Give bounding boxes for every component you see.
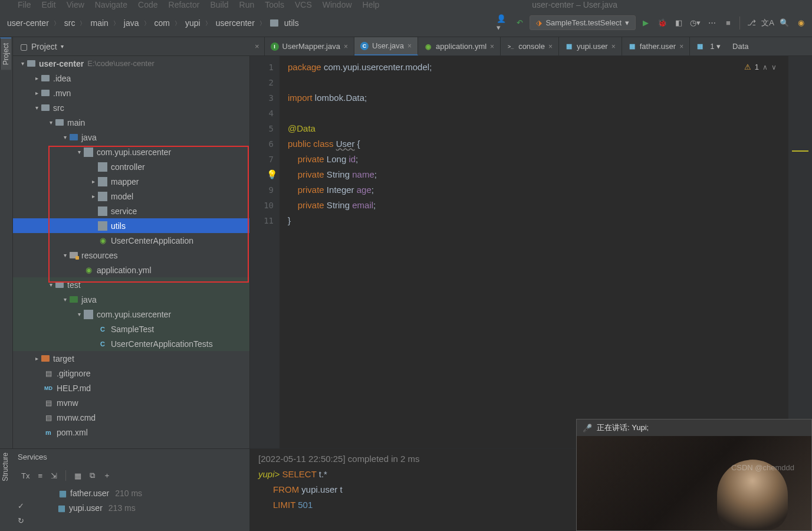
menu-window[interactable]: Window bbox=[323, 0, 352, 9]
warning-icon: ⚠ bbox=[744, 60, 751, 75]
attach-button[interactable]: ⋯ bbox=[705, 17, 718, 30]
breadcrumb[interactable]: user-center src main java com yupi userc… bbox=[0, 18, 299, 28]
intention-bulb-icon[interactable]: 💡 bbox=[267, 167, 278, 182]
crumb-project[interactable]: user-center bbox=[7, 18, 49, 28]
toolwindow-project[interactable]: Project bbox=[0, 37, 11, 70]
tree-root[interactable]: user-centerE:\code\user-center bbox=[13, 56, 249, 71]
tab-appyml[interactable]: application.yml× bbox=[418, 37, 501, 55]
close-icon[interactable]: × bbox=[490, 42, 494, 51]
undo-icon[interactable]: ↶ bbox=[513, 17, 526, 30]
tree-apptests[interactable]: UserCenterApplicationTests bbox=[13, 336, 249, 351]
menu-code[interactable]: Code bbox=[138, 0, 157, 9]
next-highlight-icon[interactable]: ∨ bbox=[771, 60, 777, 75]
tab-yupiuser[interactable]: yupi.user× bbox=[559, 37, 622, 55]
run-button[interactable]: ▶ bbox=[639, 17, 652, 30]
crumb-src[interactable]: src bbox=[64, 18, 75, 28]
menu-view[interactable]: View bbox=[67, 0, 84, 9]
tree-main[interactable]: main bbox=[13, 115, 249, 130]
tree-gitignore[interactable]: .gitignore bbox=[13, 366, 249, 381]
tree-app-class[interactable]: UserCenterApplication bbox=[13, 233, 249, 248]
collapse-icon[interactable]: ⇲ bbox=[51, 471, 57, 480]
tree-pom[interactable]: pom.xml bbox=[13, 425, 249, 440]
coverage-button[interactable]: ◧ bbox=[672, 17, 685, 30]
crumb-main[interactable]: main bbox=[90, 18, 108, 28]
close-icon[interactable]: × bbox=[548, 42, 553, 51]
grid-icon[interactable]: ▦ bbox=[74, 471, 81, 480]
crumb-java[interactable]: java bbox=[124, 18, 139, 28]
tab-usermapper[interactable]: I UserMapper.java× bbox=[265, 37, 354, 55]
check-icon[interactable]: ✓ bbox=[18, 502, 24, 510]
tree-mvnwcmd[interactable]: mvnw.cmd bbox=[13, 410, 249, 425]
tree-test-java[interactable]: java bbox=[13, 292, 249, 307]
tree-resources[interactable]: resources bbox=[13, 248, 249, 263]
project-view-selector[interactable]: ▢ Project ▾ bbox=[13, 42, 71, 51]
debug-button[interactable]: 🐞 bbox=[656, 17, 669, 30]
project-tree[interactable]: user-centerE:\code\user-center .idea .mv… bbox=[13, 56, 250, 448]
tree-controller[interactable]: controller bbox=[13, 159, 249, 174]
tree-service[interactable]: service bbox=[13, 204, 249, 218]
git-branch-icon[interactable]: ⎇ bbox=[745, 17, 758, 30]
tree-appyml[interactable]: application.yml bbox=[13, 263, 249, 277]
tab-data-truncated[interactable]: Data bbox=[726, 37, 754, 55]
tree-utils[interactable]: utils bbox=[13, 218, 249, 233]
crumb-com[interactable]: com bbox=[154, 18, 170, 28]
tree-sampletest[interactable]: SampleTest bbox=[13, 322, 249, 336]
expand-icon[interactable]: ≡ bbox=[38, 471, 42, 480]
tab-user[interactable]: C User.java× bbox=[354, 37, 418, 55]
tab-fatheruser[interactable]: father.user× bbox=[622, 37, 690, 55]
run-config-selector[interactable]: ⬗ SampleTest.testSelect ▾ bbox=[530, 15, 636, 30]
tab-overflow[interactable]: 1 ▾ bbox=[690, 37, 726, 55]
tab-console[interactable]: console× bbox=[501, 37, 559, 55]
stop-button[interactable]: ■ bbox=[722, 17, 735, 30]
profile-button[interactable]: ◷▾ bbox=[689, 17, 702, 30]
close-icon[interactable]: × bbox=[612, 42, 616, 51]
crumb-utils[interactable]: utils bbox=[284, 18, 299, 28]
add-icon[interactable]: ＋ bbox=[103, 470, 111, 481]
menu-refactor[interactable]: Refactor bbox=[169, 0, 200, 9]
prev-highlight-icon[interactable]: ∧ bbox=[762, 60, 768, 75]
error-stripe[interactable] bbox=[788, 56, 812, 448]
menu-build[interactable]: Build bbox=[210, 0, 228, 9]
tree-mvnw[interactable]: mvnw bbox=[13, 395, 249, 410]
webcam-feed bbox=[577, 436, 811, 530]
tree-main-java[interactable]: java bbox=[13, 130, 249, 145]
tree-target[interactable]: target bbox=[13, 351, 249, 366]
menu-tools[interactable]: Tools bbox=[265, 0, 284, 9]
toolwindow-structure[interactable]: Structure bbox=[0, 449, 11, 485]
user-icon[interactable]: 👤▾ bbox=[497, 17, 509, 30]
close-icon[interactable]: × bbox=[679, 42, 683, 51]
services-tree[interactable]: ▦father.user210 ms ▦yupi.user213 ms bbox=[0, 486, 249, 515]
close-icon[interactable]: × bbox=[344, 42, 348, 51]
menu-vcs[interactable]: VCS bbox=[295, 0, 312, 9]
translate-icon[interactable]: 文A bbox=[761, 17, 774, 30]
services-toolbar: Tx ≡ ⇲ ▦ ⧉ ＋ bbox=[0, 466, 249, 486]
close-icon[interactable]: × bbox=[407, 42, 412, 50]
svc-yupi[interactable]: ▦yupi.user213 ms bbox=[45, 500, 249, 515]
menu-edit[interactable]: Edit bbox=[42, 0, 56, 9]
crumb-usercenter[interactable]: usercenter bbox=[216, 18, 255, 28]
tree-mapper[interactable]: mapper bbox=[13, 174, 249, 189]
menu-navigate[interactable]: Navigate bbox=[95, 0, 127, 9]
tree-mvn[interactable]: .mvn bbox=[13, 86, 249, 100]
close-tab-icon[interactable]: × bbox=[250, 37, 265, 55]
mic-icon: 🎤 bbox=[583, 424, 592, 432]
menu-run[interactable]: Run bbox=[239, 0, 255, 9]
tree-src[interactable]: src bbox=[13, 100, 249, 115]
crumb-yupi[interactable]: yupi bbox=[185, 18, 200, 28]
tree-model[interactable]: model bbox=[13, 189, 249, 204]
svc-father[interactable]: ▦father.user210 ms bbox=[59, 486, 249, 500]
inspection-widget[interactable]: ⚠ 1 ∧ ∨ bbox=[744, 60, 777, 75]
code-editor[interactable]: 1234567891011 package com.yupi.usercente… bbox=[250, 56, 812, 448]
filter-icon[interactable]: Tx bbox=[21, 471, 29, 480]
tree-idea[interactable]: .idea bbox=[13, 71, 249, 86]
refresh-icon[interactable]: ↻ bbox=[18, 516, 24, 525]
tree-helpmd[interactable]: HELP.md bbox=[13, 381, 249, 395]
tree-test[interactable]: test bbox=[13, 277, 249, 292]
layout-icon[interactable]: ⧉ bbox=[90, 471, 95, 480]
tree-package[interactable]: com.yupi.usercenter bbox=[13, 145, 249, 159]
ide-settings-icon[interactable]: ◉ bbox=[794, 17, 807, 30]
search-icon[interactable]: 🔍 bbox=[778, 17, 791, 30]
menu-file[interactable]: File bbox=[18, 0, 31, 9]
tree-test-pkg[interactable]: com.yupi.usercenter bbox=[13, 307, 249, 322]
menu-help[interactable]: Help bbox=[363, 0, 380, 9]
